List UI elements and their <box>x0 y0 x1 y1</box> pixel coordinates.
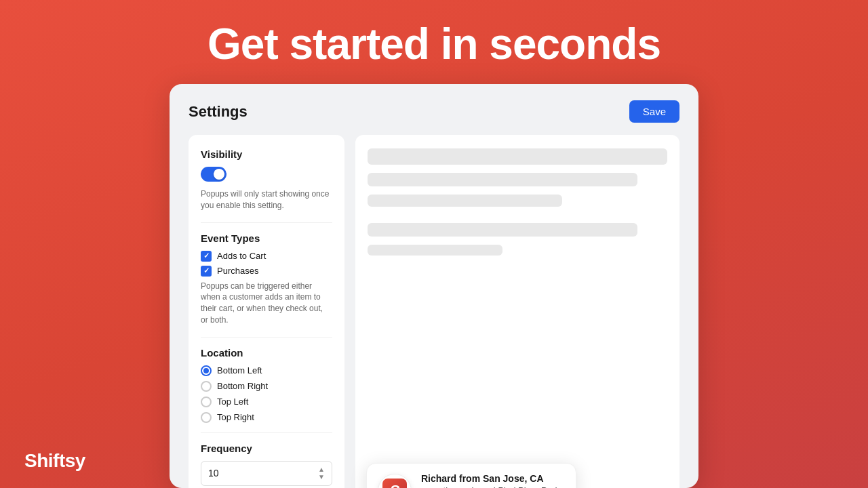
event-types-description: Popups can be triggered either when a cu… <box>201 281 332 326</box>
frequency-down[interactable]: ▼ <box>318 474 325 481</box>
location-bottom-right[interactable]: Bottom Right <box>201 381 332 392</box>
frequency-input-wrapper: 10 ▲ ▼ <box>201 461 332 486</box>
skeleton-bar-2 <box>368 173 637 186</box>
brand-logo: Shiftsy <box>24 450 85 472</box>
visibility-description: Popups will only start showing once you … <box>201 188 332 211</box>
preview-panel: S Richard from San Jose, CA recently pur… <box>355 135 679 488</box>
skeleton-bar-5 <box>368 245 502 256</box>
skeleton-bar-3 <box>368 195 562 207</box>
radio-top-left[interactable] <box>201 396 212 407</box>
event-types-label: Event Types <box>201 232 332 244</box>
visibility-label: Visibility <box>201 148 332 160</box>
purchases-row: Purchases <box>201 266 332 277</box>
radio-top-left-label: Top Left <box>217 396 248 407</box>
location-label: Location <box>201 347 332 359</box>
visibility-toggle[interactable] <box>201 167 226 182</box>
location-section: Location Bottom Left Bottom Right Top Le… <box>201 337 332 423</box>
hero-title: Get started in seconds <box>208 19 660 69</box>
adds-to-cart-label: Adds to Cart <box>217 251 266 261</box>
settings-card: Settings Save Visibility Popups will onl… <box>170 84 698 488</box>
popup-logo: S <box>378 474 412 488</box>
radio-bottom-right-label: Bottom Right <box>217 381 268 391</box>
purchases-checkbox[interactable] <box>201 266 212 277</box>
frequency-up[interactable]: ▲ <box>318 466 325 473</box>
purchases-label: Purchases <box>217 266 258 276</box>
save-button[interactable]: Save <box>629 100 679 123</box>
frequency-section: Frequency 10 ▲ ▼ Shiftsy popups will sho… <box>201 432 332 488</box>
radio-bottom-left-label: Bottom Left <box>217 365 262 375</box>
skeleton-bar-4 <box>368 223 637 237</box>
popup-action: recently purchased Pied Piper Pro! <box>421 485 560 488</box>
settings-title: Settings <box>189 103 248 121</box>
popup-notification: S Richard from San Jose, CA recently pur… <box>366 463 576 488</box>
settings-body: Visibility Popups will only start showin… <box>189 135 679 488</box>
skeleton-bar-1 <box>368 148 667 165</box>
radio-bottom-right[interactable] <box>201 381 212 392</box>
popup-logo-letter: S <box>390 482 400 488</box>
location-top-left[interactable]: Top Left <box>201 396 332 407</box>
radio-top-right-label: Top Right <box>217 412 254 422</box>
visibility-section: Visibility Popups will only start showin… <box>201 148 332 211</box>
settings-left-panel: Visibility Popups will only start showin… <box>189 135 344 488</box>
location-bottom-left[interactable]: Bottom Left <box>201 365 332 376</box>
frequency-value: 10 <box>208 468 219 479</box>
radio-top-right[interactable] <box>201 412 212 423</box>
adds-to-cart-row: Adds to Cart <box>201 251 332 262</box>
radio-bottom-left[interactable] <box>201 365 212 376</box>
frequency-spinners: ▲ ▼ <box>318 466 325 481</box>
frequency-label: Frequency <box>201 443 332 454</box>
popup-content: Richard from San Jose, CA recently purch… <box>421 473 560 488</box>
event-types-section: Event Types Adds to Cart Purchases Popup… <box>201 222 332 326</box>
popup-name: Richard from San Jose, CA <box>421 473 560 484</box>
adds-to-cart-checkbox[interactable] <box>201 251 212 262</box>
popup-logo-inner: S <box>382 479 407 488</box>
settings-header: Settings Save <box>189 100 679 123</box>
location-top-right[interactable]: Top Right <box>201 412 332 423</box>
